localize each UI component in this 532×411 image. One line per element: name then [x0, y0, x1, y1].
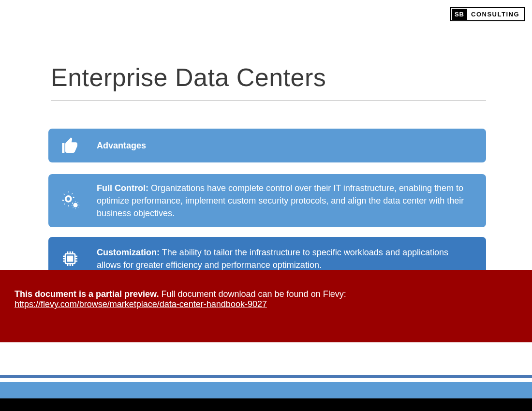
logo-sb-mark: SB [452, 9, 467, 20]
thumbs-up-icon [48, 136, 92, 155]
svg-point-0 [73, 203, 77, 207]
slide-title: Enterprise Data Centers [51, 63, 326, 92]
preview-banner-rest: Full document download can be found on F… [159, 289, 346, 299]
chip-icon [48, 249, 92, 268]
advantage-full-control-card: Full Control: Organizations have complet… [48, 174, 486, 227]
full-control-label: Full Control: [97, 183, 148, 193]
bottom-black-bar [0, 398, 532, 411]
title-underline [51, 101, 486, 101]
customization-label: Customization: [97, 248, 160, 257]
preview-url-link[interactable]: https://flevy.com/browse/marketplace/dat… [15, 299, 267, 309]
gears-icon [48, 190, 92, 211]
advantages-header-card: Advantages [48, 129, 486, 162]
advantages-header-label: Advantages [92, 139, 486, 152]
preview-banner: This document is a partial preview. Full… [0, 270, 532, 342]
svg-rect-2 [68, 256, 73, 261]
bottom-blue-bar [0, 382, 532, 398]
full-control-body: Organizations have complete control over… [97, 183, 464, 218]
logo-text: CONSULTING [467, 11, 523, 18]
advantage-full-control-text: Full Control: Organizations have complet… [92, 174, 486, 227]
preview-banner-bold: This document is a partial preview. [15, 289, 159, 299]
bottom-accent-line [0, 375, 532, 378]
brand-logo: SB CONSULTING [450, 7, 525, 21]
